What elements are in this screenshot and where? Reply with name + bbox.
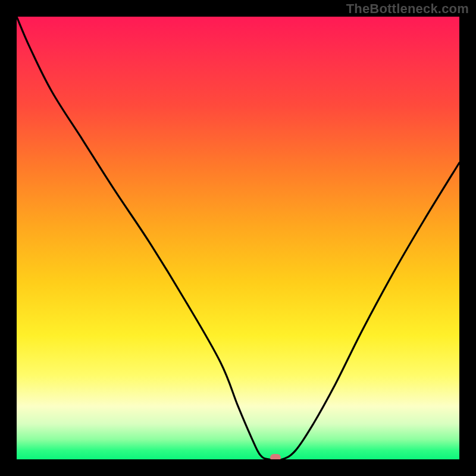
optimal-marker: [270, 454, 281, 459]
bottleneck-curve: [17, 17, 459, 459]
chart-frame: TheBottleneck.com: [0, 0, 476, 476]
watermark-text: TheBottleneck.com: [346, 1, 469, 17]
plot-area: [17, 17, 459, 459]
